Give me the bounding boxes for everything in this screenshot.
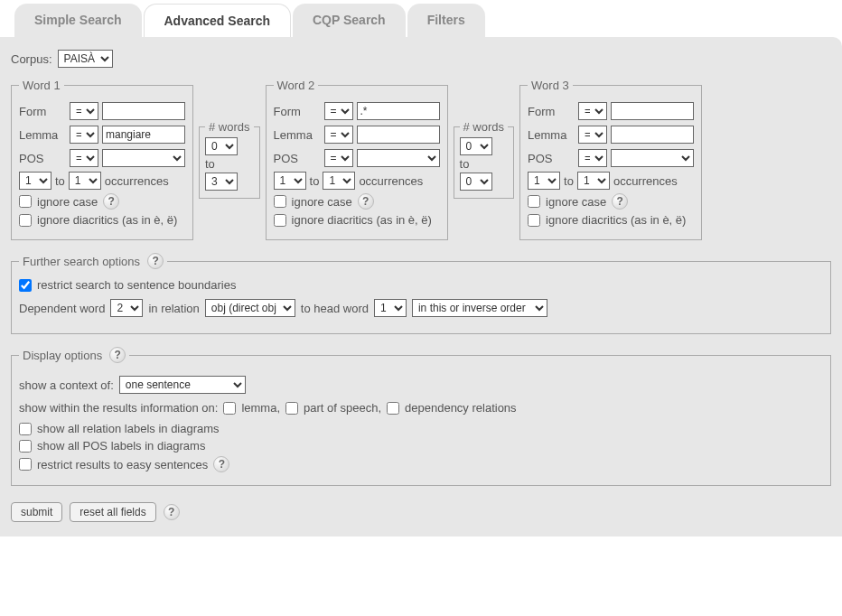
order-select[interactable]: in this or inverse order: [412, 299, 547, 317]
context-label: show a context of:: [19, 378, 114, 392]
restrict-sentence-checkbox[interactable]: [19, 279, 32, 292]
word2-form-label: Form: [274, 105, 321, 118]
word3-pos-op[interactable]: =: [578, 149, 607, 167]
word3-form-op[interactable]: =: [578, 102, 607, 120]
word2-lemma-op[interactable]: =: [324, 126, 353, 144]
in-relation-label: in relation: [148, 302, 199, 315]
word2-lemma-input[interactable]: [357, 126, 440, 144]
all-pos-label: show all POS labels in diagrams: [37, 439, 205, 453]
info-pos-checkbox[interactable]: [285, 402, 298, 415]
corpus-label: Corpus:: [11, 52, 52, 66]
tab-advanced[interactable]: Advanced Search: [144, 4, 292, 37]
info-lemma-checkbox[interactable]: [223, 402, 236, 415]
nwords2-legend: # words: [460, 120, 509, 134]
word3-occ-from[interactable]: 1: [528, 172, 560, 190]
info-pos-label: part of speech,: [304, 401, 381, 415]
word1-ignorediac-checkbox[interactable]: [19, 214, 32, 227]
nwords1-to[interactable]: 3: [205, 173, 238, 191]
word1-ignorecase-label: ignore case: [37, 195, 98, 209]
word3-occ-label: occurrences: [613, 174, 678, 188]
easy-checkbox[interactable]: [19, 458, 32, 471]
tab-simple[interactable]: Simple Search: [14, 4, 142, 37]
word3-form-input[interactable]: [611, 102, 694, 120]
word3-pos-label: POS: [528, 152, 575, 165]
nwords1-legend: # words: [205, 120, 254, 134]
info-label: show within the results information on:: [19, 401, 218, 415]
word1-ignorecase-checkbox[interactable]: [19, 195, 32, 208]
word1-occ-to[interactable]: 1: [69, 172, 101, 190]
word2-legend: Word 2: [274, 79, 319, 92]
nwords2-to-label: to: [460, 157, 470, 171]
word1-form-input[interactable]: [102, 102, 185, 120]
word3-ignorediac-checkbox[interactable]: [528, 214, 540, 227]
word1-pos-select[interactable]: [102, 149, 185, 167]
info-dep-checkbox[interactable]: [387, 402, 399, 415]
nwords2-to[interactable]: 0: [460, 173, 492, 191]
word2-fieldset: Word 2 Form = Lemma = POS = 1 to 1 occur…: [266, 79, 448, 240]
reset-button[interactable]: reset all fields: [70, 502, 155, 522]
help-icon[interactable]: ?: [147, 253, 164, 269]
dependent-word-select[interactable]: 2: [110, 299, 143, 317]
help-icon[interactable]: ?: [358, 193, 374, 210]
further-legend: Further search options: [23, 255, 140, 268]
word1-ignorediac-label: ignore diacritics (as in è, ë): [37, 213, 177, 227]
nwords1-fieldset: # words 0 to 3: [199, 120, 260, 199]
easy-label: restrict results to easy sentences: [37, 458, 208, 471]
word3-lemma-op[interactable]: =: [578, 126, 607, 144]
word3-lemma-label: Lemma: [528, 128, 575, 142]
word1-pos-op[interactable]: =: [70, 149, 98, 167]
word2-to-label: to: [310, 174, 320, 188]
word1-lemma-input[interactable]: [102, 126, 185, 144]
word1-to-label: to: [55, 174, 65, 188]
main-panel: Corpus: PAISÀ Word 1 Form = Lemma = POS …: [0, 37, 842, 537]
word1-lemma-op[interactable]: =: [70, 126, 98, 144]
word2-occ-to[interactable]: 1: [323, 172, 355, 190]
word2-lemma-label: Lemma: [274, 128, 321, 142]
help-icon[interactable]: ?: [612, 193, 628, 210]
word2-form-op[interactable]: =: [324, 102, 353, 120]
info-dep-label: dependency relations: [405, 401, 517, 415]
head-word-select[interactable]: 1: [374, 299, 407, 317]
word3-form-label: Form: [528, 105, 575, 118]
all-rel-checkbox[interactable]: [19, 423, 32, 435]
word1-form-op[interactable]: =: [70, 102, 98, 120]
all-pos-checkbox[interactable]: [19, 440, 32, 453]
word3-ignorecase-checkbox[interactable]: [528, 195, 540, 208]
word3-legend: Word 3: [528, 79, 573, 92]
relation-select[interactable]: obj (direct obj: [205, 299, 295, 317]
word3-lemma-input[interactable]: [611, 126, 694, 144]
nwords2-from[interactable]: 0: [460, 137, 492, 155]
nwords1-from[interactable]: 0: [205, 137, 238, 155]
to-head-label: to head word: [301, 302, 369, 315]
display-options-fieldset: Display options ? show a context of: one…: [11, 347, 831, 486]
tab-filters[interactable]: Filters: [407, 4, 485, 37]
help-icon[interactable]: ?: [213, 456, 229, 472]
tab-cqp[interactable]: CQP Search: [293, 4, 406, 37]
nwords1-to-label: to: [205, 157, 215, 171]
word2-pos-label: POS: [274, 152, 321, 165]
word2-ignorediac-label: ignore diacritics (as in è, ë): [292, 213, 432, 227]
word2-ignorecase-checkbox[interactable]: [274, 195, 286, 208]
word2-occ-label: occurrences: [359, 174, 423, 188]
word3-to-label: to: [564, 174, 574, 188]
corpus-select[interactable]: PAISÀ: [58, 50, 113, 68]
context-select[interactable]: one sentence: [119, 376, 246, 394]
word1-occ-from[interactable]: 1: [19, 172, 51, 190]
word2-occ-from[interactable]: 1: [274, 172, 306, 190]
help-icon[interactable]: ?: [103, 193, 119, 210]
submit-button[interactable]: submit: [11, 502, 62, 522]
help-icon[interactable]: ?: [109, 347, 126, 363]
word3-ignorecase-label: ignore case: [546, 195, 606, 209]
word2-pos-op[interactable]: =: [324, 149, 353, 167]
word2-form-input[interactable]: [357, 102, 440, 120]
word3-pos-select[interactable]: [611, 149, 694, 167]
help-icon[interactable]: ?: [164, 504, 180, 520]
word1-pos-label: POS: [19, 152, 66, 165]
word3-fieldset: Word 3 Form = Lemma = POS = 1 to 1 occur…: [519, 79, 702, 240]
further-options-fieldset: Further search options ? restrict search…: [11, 253, 831, 334]
word3-occ-to[interactable]: 1: [577, 172, 610, 190]
word2-pos-select[interactable]: [357, 149, 440, 167]
word2-ignorediac-checkbox[interactable]: [274, 214, 286, 227]
word1-legend: Word 1: [19, 79, 64, 92]
all-rel-label: show all relation labels in diagrams: [37, 422, 220, 435]
